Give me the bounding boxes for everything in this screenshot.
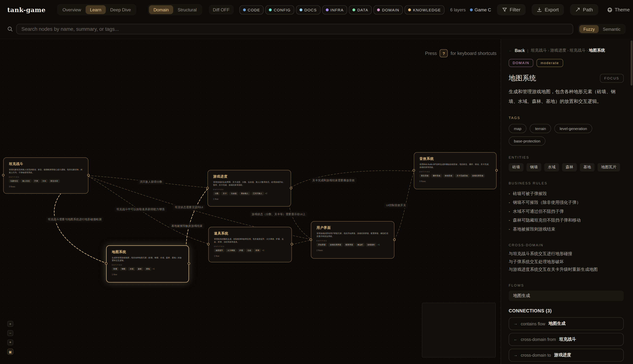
node-title: 地图系统	[112, 250, 183, 254]
layer-chip-config[interactable]: CONFIG	[266, 5, 294, 14]
breadcrumb-item[interactable]: 坦克战斗	[570, 48, 586, 52]
breadcrumb-item[interactable]: 游戏进度	[550, 48, 566, 52]
search-mode-fuzzy[interactable]: Fuzzy	[579, 25, 599, 33]
graph-node-user-interface[interactable]: 用户界面管理游戏的所有用户界面元素，包括开始界面、游戏结束界面、配置界面、侧边栏…	[311, 221, 394, 259]
node-entity-chip: 爆炸音效	[431, 174, 442, 178]
connection-arrow-icon: →	[514, 353, 518, 357]
entity-chip: 水域	[544, 163, 559, 172]
zoom-in-button[interactable]: +	[7, 321, 13, 327]
entity-chip: 基地	[580, 163, 595, 172]
node-entity-chip: 火力增强	[226, 249, 236, 252]
node-summary: 使用Web Audio API实时生成和播放游戏音效，包括射击、爆炸、移动、关卡…	[420, 163, 491, 169]
fit-view-button[interactable]: ⌖	[7, 340, 13, 346]
breadcrumb-item[interactable]: 地图系统	[589, 48, 605, 52]
node-entity-chips: 砖墙钢墙水域森林基地+1	[112, 267, 183, 271]
graph-node-tank-battle[interactable]: 坦克战斗管理玩家坦克和敌人坦克的移动、射击、碰撞检测等核心战斗逻辑。包含玩家控制…	[3, 158, 88, 194]
entities-section-title: ENTITIES	[509, 156, 624, 160]
node-entity-chips: 玩家坦克敌人坦克子弹方向射击冷却	[9, 180, 82, 183]
filter-button[interactable]: Filter	[497, 4, 526, 16]
back-button[interactable]: Back	[515, 48, 525, 53]
graph-node-game-progress[interactable]: 游戏进度管理游戏的生命周期、关卡进度、分数、生命值、敌人计数等状态。处理游戏开始…	[208, 170, 291, 207]
layer-chip-domain[interactable]: DOMAIN	[374, 5, 403, 14]
node-summary: 生成和管理游戏地图，包含各种地形元素（砖墙、钢墙、水域、森林、基地）的放置和交互…	[112, 256, 183, 262]
connection-card[interactable]: ←cross-domain from坦克战斗	[509, 333, 624, 346]
node-entity-chip: 钢墙	[120, 267, 127, 271]
zoom-out-button[interactable]: −	[7, 330, 13, 336]
rule-text: 水域不可通过但不阻挡子弹	[513, 206, 564, 215]
graph-canvas[interactable]: 消灭敌人获得分数坦克战斗中可以拾取道具获得能力增强坦克战斗需要与地图系统进行地形…	[0, 39, 500, 364]
connection-card[interactable]: →cross-domain to游戏进度	[509, 348, 624, 362]
path-button[interactable]: Path	[570, 4, 598, 16]
path-arrow-icon	[575, 7, 580, 12]
tab-deep-dive[interactable]: Deep Dive	[106, 5, 135, 14]
layer-chip-data[interactable]: DATA	[349, 5, 372, 14]
layer-chip-infra[interactable]: INFRA	[322, 5, 347, 14]
toolbar-actions: Filter Export Path Theme ?	[491, 4, 633, 16]
breadcrumb-item[interactable]: 坦克战斗	[531, 48, 547, 52]
graph-node-map-system[interactable]: 地图系统生成和管理游戏地图，包含各种地形元素（砖墙、钢墙、水域、森林、基地）的放…	[106, 245, 189, 282]
minimap[interactable]	[422, 303, 496, 358]
node-entities-label: ENTITIES	[9, 176, 82, 178]
node-entity-chip: 分数	[213, 192, 220, 196]
node-flows-count: 1 flow	[112, 273, 183, 276]
node-flows-count: 1 flow	[214, 255, 286, 257]
node-summary: 管理游戏的所有用户界面元素，包括开始界面、游戏结束界面、配置界面、侧边栏信息显示…	[316, 232, 389, 238]
node-flows-count: 1 flow	[213, 198, 286, 200]
breadcrumb: ← Back | 坦克战斗 › 游戏进度 › 坦克战斗 › 地图系统	[509, 48, 624, 53]
tab-overview[interactable]: Overview	[58, 5, 86, 14]
node-entity-chip: 炸弹	[254, 249, 261, 252]
search-input[interactable]	[16, 24, 573, 34]
node-entities-label: ENTITIES	[112, 264, 183, 266]
graph-node-audio-system[interactable]: 音效系统使用Web Audio API实时生成和播放游戏音效，包括射击、爆炸、移…	[414, 152, 496, 189]
node-entity-chips: 分数关卡生命值剩余敌人已消灭敌人+2	[213, 192, 286, 196]
flows-section-title: FLOWS	[509, 283, 624, 287]
app: tank-game OverviewLearnDeep Dive DomainS…	[0, 0, 633, 364]
view-tabs: OverviewLearnDeep Dive	[57, 4, 137, 16]
rule-text: 基地被摧毁则游戏结束	[513, 224, 555, 233]
edge-label: 游戏状态（分数、关卡等）需要显示在UI上	[250, 212, 307, 217]
layer-chip-code[interactable]: CODE	[239, 5, 264, 14]
theme-button[interactable]: Theme	[607, 7, 630, 12]
graph-node-item-system[interactable]: 道具系统管理道具的随机生成、拾取检测和效果应用。包含速度提升、火力增强、护盾、生…	[208, 227, 292, 262]
tag-list: mapterrainlevel-generationbase-protectio…	[509, 124, 624, 146]
rule-text: 森林可隐藏坦克但不阻挡子弹和移动	[513, 216, 580, 224]
port-right-icon	[495, 169, 498, 172]
layer-dot-icon	[269, 8, 272, 11]
rule-text: 砖墙可被子弹摧毁	[513, 189, 547, 198]
node-entity-chip: 方向	[41, 180, 48, 183]
layer-chip-knowledge[interactable]: KNOWLEDGE	[404, 5, 444, 14]
mode-tabs: DomainStructural	[148, 4, 202, 16]
complexity-badge: moderate	[537, 59, 563, 67]
entity-chip: 森林	[562, 163, 577, 172]
layer-chips: CODECONFIGDOCSINFRADATADOMAINKNOWLEDGE	[239, 5, 444, 14]
breadcrumb-chevron: ›	[586, 48, 589, 52]
diff-toggle-button[interactable]: Diff OFF	[209, 5, 234, 14]
node-entity-chips: 射击音效爆炸音效移动音效关卡完成音效游戏结束音效	[420, 174, 491, 178]
business-rules-list: -砖墙可被子弹摧毁-钢墙不可摧毁（除非使用强化子弹）-水域不可通过但不阻挡子弹-…	[509, 189, 624, 233]
export-button[interactable]: Export	[532, 4, 564, 16]
scrollbar[interactable]	[630, 40, 633, 86]
tag-pill: map	[509, 124, 526, 133]
flow-item[interactable]: 地图生成	[509, 290, 624, 301]
tag-pill: terrain	[530, 124, 551, 133]
search-mode-semantic[interactable]: Semantic	[599, 25, 624, 33]
connection-type: cross-domain to	[521, 352, 551, 357]
minimap-toggle-button[interactable]: ▣	[7, 348, 13, 355]
node-entity-chip: 配置界面	[344, 243, 354, 247]
entity-chip: 钢墙	[526, 163, 542, 172]
layer-dot-icon	[352, 8, 355, 11]
port-left-icon	[310, 238, 312, 241]
project-indicator: Game Co	[470, 7, 491, 12]
port-left-icon	[206, 186, 208, 189]
node-entity-chip: 开始界面	[316, 243, 327, 247]
tab-learn[interactable]: Learn	[86, 5, 106, 14]
tags-section-title: TAGS	[509, 116, 624, 120]
layer-dot-icon	[243, 8, 246, 11]
mode-domain[interactable]: Domain	[149, 5, 173, 14]
mode-structural[interactable]: Structural	[173, 5, 201, 14]
node-entity-chip: 游戏画布	[366, 243, 376, 247]
layer-chip-docs[interactable]: DOCS	[296, 5, 320, 14]
connection-arrow-icon: ←	[514, 337, 518, 341]
connection-card[interactable]: →contains flow地图生成	[509, 317, 624, 330]
focus-button[interactable]: FOCUS	[600, 74, 624, 82]
